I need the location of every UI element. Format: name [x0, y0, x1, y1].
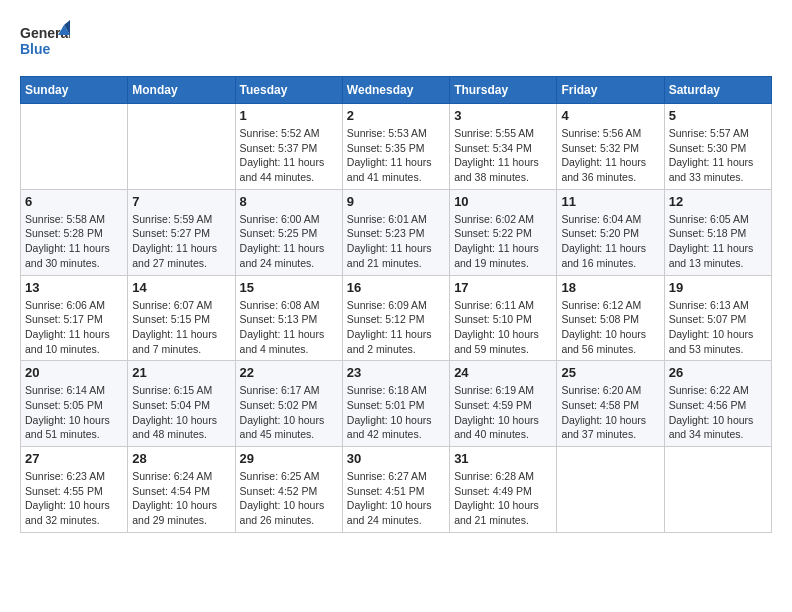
day-number: 31	[454, 451, 552, 466]
day-number: 12	[669, 194, 767, 209]
day-number: 27	[25, 451, 123, 466]
day-number: 3	[454, 108, 552, 123]
day-info: Sunrise: 6:07 AMSunset: 5:15 PMDaylight:…	[132, 298, 230, 357]
calendar-cell: 20Sunrise: 6:14 AMSunset: 5:05 PMDayligh…	[21, 361, 128, 447]
day-info: Sunrise: 6:24 AMSunset: 4:54 PMDaylight:…	[132, 469, 230, 528]
logo-icon: General Blue	[20, 20, 70, 60]
calendar-cell: 5Sunrise: 5:57 AMSunset: 5:30 PMDaylight…	[664, 104, 771, 190]
calendar-week-row: 6Sunrise: 5:58 AMSunset: 5:28 PMDaylight…	[21, 189, 772, 275]
calendar-cell: 8Sunrise: 6:00 AMSunset: 5:25 PMDaylight…	[235, 189, 342, 275]
calendar-cell: 2Sunrise: 5:53 AMSunset: 5:35 PMDaylight…	[342, 104, 449, 190]
logo: General Blue	[20, 20, 74, 60]
day-number: 4	[561, 108, 659, 123]
day-info: Sunrise: 5:57 AMSunset: 5:30 PMDaylight:…	[669, 126, 767, 185]
day-info: Sunrise: 6:12 AMSunset: 5:08 PMDaylight:…	[561, 298, 659, 357]
calendar-cell: 10Sunrise: 6:02 AMSunset: 5:22 PMDayligh…	[450, 189, 557, 275]
calendar-cell: 17Sunrise: 6:11 AMSunset: 5:10 PMDayligh…	[450, 275, 557, 361]
day-of-week-header: Saturday	[664, 77, 771, 104]
day-of-week-header: Tuesday	[235, 77, 342, 104]
day-number: 8	[240, 194, 338, 209]
day-number: 16	[347, 280, 445, 295]
day-number: 6	[25, 194, 123, 209]
calendar-cell	[664, 447, 771, 533]
calendar-cell: 25Sunrise: 6:20 AMSunset: 4:58 PMDayligh…	[557, 361, 664, 447]
day-number: 5	[669, 108, 767, 123]
day-of-week-header: Friday	[557, 77, 664, 104]
day-number: 20	[25, 365, 123, 380]
calendar-cell: 9Sunrise: 6:01 AMSunset: 5:23 PMDaylight…	[342, 189, 449, 275]
day-number: 21	[132, 365, 230, 380]
day-info: Sunrise: 6:00 AMSunset: 5:25 PMDaylight:…	[240, 212, 338, 271]
day-info: Sunrise: 6:22 AMSunset: 4:56 PMDaylight:…	[669, 383, 767, 442]
calendar-cell: 22Sunrise: 6:17 AMSunset: 5:02 PMDayligh…	[235, 361, 342, 447]
day-number: 10	[454, 194, 552, 209]
day-number: 26	[669, 365, 767, 380]
day-info: Sunrise: 6:20 AMSunset: 4:58 PMDaylight:…	[561, 383, 659, 442]
day-number: 29	[240, 451, 338, 466]
calendar-cell: 30Sunrise: 6:27 AMSunset: 4:51 PMDayligh…	[342, 447, 449, 533]
calendar-cell: 23Sunrise: 6:18 AMSunset: 5:01 PMDayligh…	[342, 361, 449, 447]
day-number: 2	[347, 108, 445, 123]
day-number: 15	[240, 280, 338, 295]
day-of-week-header: Sunday	[21, 77, 128, 104]
calendar-cell: 7Sunrise: 5:59 AMSunset: 5:27 PMDaylight…	[128, 189, 235, 275]
calendar-cell: 3Sunrise: 5:55 AMSunset: 5:34 PMDaylight…	[450, 104, 557, 190]
day-number: 7	[132, 194, 230, 209]
day-info: Sunrise: 6:13 AMSunset: 5:07 PMDaylight:…	[669, 298, 767, 357]
day-info: Sunrise: 6:11 AMSunset: 5:10 PMDaylight:…	[454, 298, 552, 357]
day-info: Sunrise: 5:53 AMSunset: 5:35 PMDaylight:…	[347, 126, 445, 185]
day-info: Sunrise: 5:52 AMSunset: 5:37 PMDaylight:…	[240, 126, 338, 185]
day-number: 28	[132, 451, 230, 466]
day-info: Sunrise: 6:01 AMSunset: 5:23 PMDaylight:…	[347, 212, 445, 271]
calendar-cell: 19Sunrise: 6:13 AMSunset: 5:07 PMDayligh…	[664, 275, 771, 361]
calendar-cell: 18Sunrise: 6:12 AMSunset: 5:08 PMDayligh…	[557, 275, 664, 361]
day-number: 25	[561, 365, 659, 380]
calendar-cell: 16Sunrise: 6:09 AMSunset: 5:12 PMDayligh…	[342, 275, 449, 361]
calendar-cell	[557, 447, 664, 533]
day-number: 13	[25, 280, 123, 295]
calendar-header-row: SundayMondayTuesdayWednesdayThursdayFrid…	[21, 77, 772, 104]
calendar-week-row: 13Sunrise: 6:06 AMSunset: 5:17 PMDayligh…	[21, 275, 772, 361]
day-info: Sunrise: 6:05 AMSunset: 5:18 PMDaylight:…	[669, 212, 767, 271]
day-number: 17	[454, 280, 552, 295]
day-number: 30	[347, 451, 445, 466]
day-number: 24	[454, 365, 552, 380]
day-of-week-header: Monday	[128, 77, 235, 104]
day-info: Sunrise: 6:06 AMSunset: 5:17 PMDaylight:…	[25, 298, 123, 357]
calendar-week-row: 27Sunrise: 6:23 AMSunset: 4:55 PMDayligh…	[21, 447, 772, 533]
calendar-cell: 26Sunrise: 6:22 AMSunset: 4:56 PMDayligh…	[664, 361, 771, 447]
day-info: Sunrise: 6:09 AMSunset: 5:12 PMDaylight:…	[347, 298, 445, 357]
day-info: Sunrise: 6:27 AMSunset: 4:51 PMDaylight:…	[347, 469, 445, 528]
day-number: 22	[240, 365, 338, 380]
day-info: Sunrise: 6:02 AMSunset: 5:22 PMDaylight:…	[454, 212, 552, 271]
calendar-cell: 11Sunrise: 6:04 AMSunset: 5:20 PMDayligh…	[557, 189, 664, 275]
calendar-cell: 6Sunrise: 5:58 AMSunset: 5:28 PMDaylight…	[21, 189, 128, 275]
day-number: 19	[669, 280, 767, 295]
day-info: Sunrise: 5:55 AMSunset: 5:34 PMDaylight:…	[454, 126, 552, 185]
day-info: Sunrise: 6:08 AMSunset: 5:13 PMDaylight:…	[240, 298, 338, 357]
day-info: Sunrise: 6:28 AMSunset: 4:49 PMDaylight:…	[454, 469, 552, 528]
day-number: 23	[347, 365, 445, 380]
calendar-cell: 31Sunrise: 6:28 AMSunset: 4:49 PMDayligh…	[450, 447, 557, 533]
day-number: 18	[561, 280, 659, 295]
day-info: Sunrise: 6:23 AMSunset: 4:55 PMDaylight:…	[25, 469, 123, 528]
day-info: Sunrise: 6:25 AMSunset: 4:52 PMDaylight:…	[240, 469, 338, 528]
day-info: Sunrise: 5:59 AMSunset: 5:27 PMDaylight:…	[132, 212, 230, 271]
calendar-cell: 12Sunrise: 6:05 AMSunset: 5:18 PMDayligh…	[664, 189, 771, 275]
calendar-cell: 24Sunrise: 6:19 AMSunset: 4:59 PMDayligh…	[450, 361, 557, 447]
day-number: 1	[240, 108, 338, 123]
calendar-cell: 27Sunrise: 6:23 AMSunset: 4:55 PMDayligh…	[21, 447, 128, 533]
day-number: 11	[561, 194, 659, 209]
calendar-table: SundayMondayTuesdayWednesdayThursdayFrid…	[20, 76, 772, 533]
day-info: Sunrise: 6:04 AMSunset: 5:20 PMDaylight:…	[561, 212, 659, 271]
calendar-cell: 14Sunrise: 6:07 AMSunset: 5:15 PMDayligh…	[128, 275, 235, 361]
day-of-week-header: Thursday	[450, 77, 557, 104]
day-info: Sunrise: 6:14 AMSunset: 5:05 PMDaylight:…	[25, 383, 123, 442]
calendar-cell: 28Sunrise: 6:24 AMSunset: 4:54 PMDayligh…	[128, 447, 235, 533]
day-info: Sunrise: 6:18 AMSunset: 5:01 PMDaylight:…	[347, 383, 445, 442]
calendar-cell: 29Sunrise: 6:25 AMSunset: 4:52 PMDayligh…	[235, 447, 342, 533]
calendar-cell	[21, 104, 128, 190]
calendar-week-row: 1Sunrise: 5:52 AMSunset: 5:37 PMDaylight…	[21, 104, 772, 190]
calendar-cell: 21Sunrise: 6:15 AMSunset: 5:04 PMDayligh…	[128, 361, 235, 447]
day-info: Sunrise: 6:17 AMSunset: 5:02 PMDaylight:…	[240, 383, 338, 442]
